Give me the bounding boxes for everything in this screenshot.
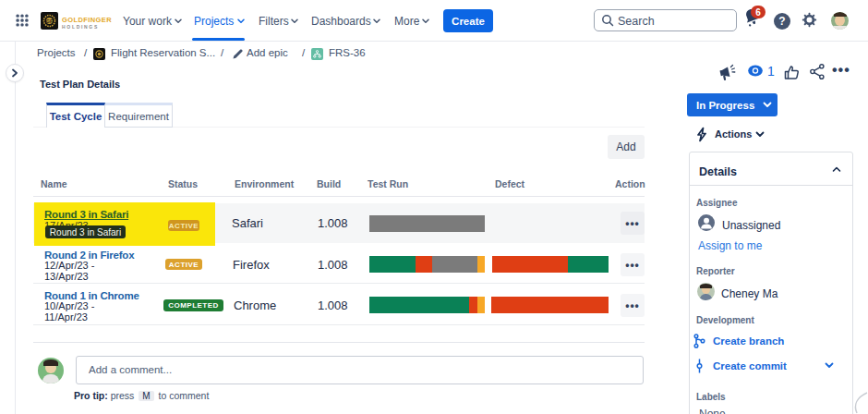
svg-text:GF: GF [46,18,53,24]
